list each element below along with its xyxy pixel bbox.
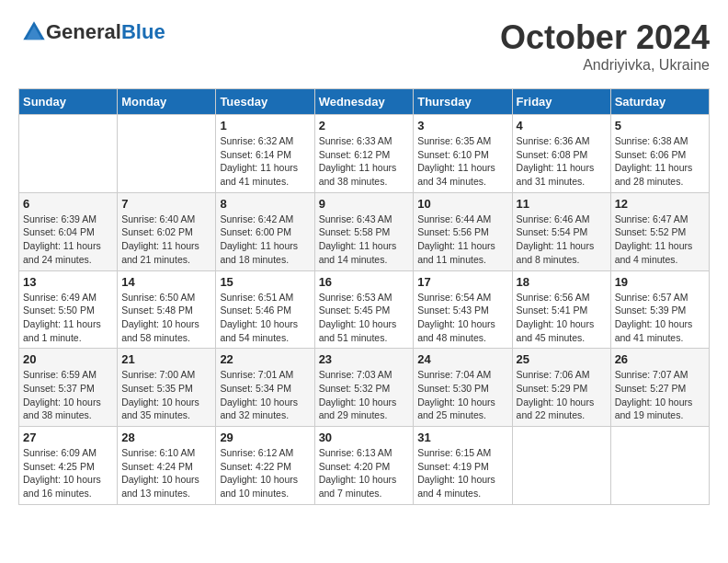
calendar-cell: 17Sunrise: 6:54 AM Sunset: 5:43 PM Dayli… <box>414 270 512 349</box>
day-number: 29 <box>220 431 310 444</box>
calendar-cell <box>19 115 118 193</box>
day-number: 2 <box>319 119 410 132</box>
calendar-cell: 24Sunrise: 7:04 AM Sunset: 5:30 PM Dayli… <box>414 349 512 427</box>
calendar-cell: 23Sunrise: 7:03 AM Sunset: 5:32 PM Dayli… <box>314 349 414 427</box>
weekday-header: Sunday <box>19 89 118 115</box>
calendar-cell: 30Sunrise: 6:13 AM Sunset: 4:20 PM Dayli… <box>314 427 414 505</box>
day-number: 20 <box>23 352 113 366</box>
day-number: 25 <box>517 352 607 366</box>
day-info: Sunrise: 6:35 AM Sunset: 6:10 PM Dayligh… <box>417 134 507 189</box>
day-number: 3 <box>417 119 507 132</box>
calendar-cell: 19Sunrise: 6:57 AM Sunset: 5:39 PM Dayli… <box>610 270 709 349</box>
calendar: SundayMondayTuesdayWednesdayThursdayFrid… <box>18 88 710 505</box>
day-info: Sunrise: 6:32 AM Sunset: 6:14 PM Dayligh… <box>220 134 310 189</box>
day-number: 1 <box>220 119 310 132</box>
calendar-cell: 12Sunrise: 6:47 AM Sunset: 5:52 PM Dayli… <box>610 192 709 270</box>
calendar-cell: 18Sunrise: 6:56 AM Sunset: 5:41 PM Dayli… <box>512 270 610 349</box>
day-info: Sunrise: 6:50 AM Sunset: 5:48 PM Dayligh… <box>121 291 211 345</box>
calendar-cell: 8Sunrise: 6:42 AM Sunset: 6:00 PM Daylig… <box>216 192 314 270</box>
calendar-cell: 5Sunrise: 6:38 AM Sunset: 6:06 PM Daylig… <box>610 115 709 193</box>
calendar-week: 1Sunrise: 6:32 AM Sunset: 6:14 PM Daylig… <box>19 115 710 193</box>
calendar-cell: 15Sunrise: 6:51 AM Sunset: 5:46 PM Dayli… <box>216 270 314 349</box>
calendar-cell: 3Sunrise: 6:35 AM Sunset: 6:10 PM Daylig… <box>414 115 512 193</box>
day-info: Sunrise: 6:59 AM Sunset: 5:37 PM Dayligh… <box>23 368 113 422</box>
calendar-cell: 21Sunrise: 7:00 AM Sunset: 5:35 PM Dayli… <box>118 349 216 427</box>
day-number: 27 <box>23 431 113 444</box>
calendar-cell: 2Sunrise: 6:33 AM Sunset: 6:12 PM Daylig… <box>314 115 414 193</box>
day-number: 11 <box>517 197 607 211</box>
day-info: Sunrise: 7:04 AM Sunset: 5:30 PM Dayligh… <box>417 368 507 422</box>
day-number: 17 <box>417 275 507 289</box>
calendar-cell: 7Sunrise: 6:40 AM Sunset: 6:02 PM Daylig… <box>118 192 216 270</box>
day-info: Sunrise: 6:51 AM Sunset: 5:46 PM Dayligh… <box>220 291 310 345</box>
day-number: 12 <box>615 197 705 211</box>
weekday-header: Wednesday <box>314 89 414 115</box>
day-number: 4 <box>517 119 607 132</box>
calendar-cell: 29Sunrise: 6:12 AM Sunset: 4:22 PM Dayli… <box>216 427 314 505</box>
day-info: Sunrise: 6:47 AM Sunset: 5:52 PM Dayligh… <box>615 213 705 267</box>
calendar-cell: 14Sunrise: 6:50 AM Sunset: 5:48 PM Dayli… <box>118 270 216 349</box>
calendar-cell: 16Sunrise: 6:53 AM Sunset: 5:45 PM Dayli… <box>314 270 414 349</box>
day-number: 5 <box>615 119 705 132</box>
day-info: Sunrise: 6:44 AM Sunset: 5:56 PM Dayligh… <box>417 213 507 267</box>
day-number: 18 <box>517 275 607 289</box>
calendar-cell: 4Sunrise: 6:36 AM Sunset: 6:08 PM Daylig… <box>512 115 610 193</box>
day-info: Sunrise: 7:01 AM Sunset: 5:34 PM Dayligh… <box>220 368 310 422</box>
logo-text-blue: Blue <box>121 20 165 43</box>
calendar-cell: 31Sunrise: 6:15 AM Sunset: 4:19 PM Dayli… <box>414 427 512 505</box>
calendar-week: 27Sunrise: 6:09 AM Sunset: 4:25 PM Dayli… <box>19 427 710 505</box>
calendar-week: 20Sunrise: 6:59 AM Sunset: 5:37 PM Dayli… <box>19 349 710 427</box>
day-info: Sunrise: 6:38 AM Sunset: 6:06 PM Dayligh… <box>615 134 705 189</box>
day-info: Sunrise: 6:12 AM Sunset: 4:22 PM Dayligh… <box>220 446 310 500</box>
calendar-cell: 28Sunrise: 6:10 AM Sunset: 4:24 PM Dayli… <box>118 427 216 505</box>
calendar-cell: 1Sunrise: 6:32 AM Sunset: 6:14 PM Daylig… <box>216 115 314 193</box>
calendar-week: 6Sunrise: 6:39 AM Sunset: 6:04 PM Daylig… <box>19 192 710 270</box>
day-info: Sunrise: 6:49 AM Sunset: 5:50 PM Dayligh… <box>23 291 113 345</box>
day-number: 24 <box>417 352 507 366</box>
day-info: Sunrise: 7:00 AM Sunset: 5:35 PM Dayligh… <box>121 368 211 422</box>
calendar-week: 13Sunrise: 6:49 AM Sunset: 5:50 PM Dayli… <box>19 270 710 349</box>
logo-text-general: General <box>46 20 121 43</box>
day-info: Sunrise: 6:33 AM Sunset: 6:12 PM Dayligh… <box>319 134 410 189</box>
calendar-cell: 25Sunrise: 7:06 AM Sunset: 5:29 PM Dayli… <box>512 349 610 427</box>
weekday-header-row: SundayMondayTuesdayWednesdayThursdayFrid… <box>19 89 710 115</box>
day-number: 26 <box>615 352 705 366</box>
day-number: 7 <box>121 197 211 211</box>
day-info: Sunrise: 6:46 AM Sunset: 5:54 PM Dayligh… <box>517 213 607 267</box>
day-number: 8 <box>220 197 310 211</box>
day-info: Sunrise: 6:54 AM Sunset: 5:43 PM Dayligh… <box>417 291 507 345</box>
calendar-cell: 22Sunrise: 7:01 AM Sunset: 5:34 PM Dayli… <box>216 349 314 427</box>
header: GeneralBlue October 2024 Andriyivka, Ukr… <box>18 18 710 74</box>
calendar-cell: 11Sunrise: 6:46 AM Sunset: 5:54 PM Dayli… <box>512 192 610 270</box>
calendar-cell <box>512 427 610 505</box>
day-info: Sunrise: 6:42 AM Sunset: 6:00 PM Dayligh… <box>220 213 310 267</box>
day-number: 13 <box>23 275 113 289</box>
day-number: 21 <box>121 352 211 366</box>
weekday-header: Friday <box>512 89 610 115</box>
day-number: 9 <box>319 197 410 211</box>
day-info: Sunrise: 6:36 AM Sunset: 6:08 PM Dayligh… <box>517 134 607 189</box>
day-number: 31 <box>417 431 507 444</box>
weekday-header: Saturday <box>610 89 709 115</box>
day-info: Sunrise: 6:40 AM Sunset: 6:02 PM Dayligh… <box>121 213 211 267</box>
day-info: Sunrise: 7:06 AM Sunset: 5:29 PM Dayligh… <box>517 368 607 422</box>
day-number: 10 <box>417 197 507 211</box>
title-section: October 2024 Andriyivka, Ukraine <box>500 18 710 74</box>
day-info: Sunrise: 6:13 AM Sunset: 4:20 PM Dayligh… <box>319 446 410 500</box>
day-info: Sunrise: 6:39 AM Sunset: 6:04 PM Dayligh… <box>23 213 113 267</box>
day-number: 19 <box>615 275 705 289</box>
day-info: Sunrise: 6:57 AM Sunset: 5:39 PM Dayligh… <box>615 291 705 345</box>
day-number: 14 <box>121 275 211 289</box>
calendar-cell: 27Sunrise: 6:09 AM Sunset: 4:25 PM Dayli… <box>19 427 118 505</box>
day-info: Sunrise: 6:15 AM Sunset: 4:19 PM Dayligh… <box>417 446 507 500</box>
month-title: October 2024 <box>500 18 710 57</box>
day-info: Sunrise: 7:07 AM Sunset: 5:27 PM Dayligh… <box>615 368 705 422</box>
day-number: 22 <box>220 352 310 366</box>
calendar-cell <box>610 427 709 505</box>
day-info: Sunrise: 6:53 AM Sunset: 5:45 PM Dayligh… <box>319 291 410 345</box>
day-number: 23 <box>319 352 410 366</box>
weekday-header: Tuesday <box>216 89 314 115</box>
day-info: Sunrise: 6:10 AM Sunset: 4:24 PM Dayligh… <box>121 446 211 500</box>
day-number: 30 <box>319 431 410 444</box>
calendar-cell: 9Sunrise: 6:43 AM Sunset: 5:58 PM Daylig… <box>314 192 414 270</box>
